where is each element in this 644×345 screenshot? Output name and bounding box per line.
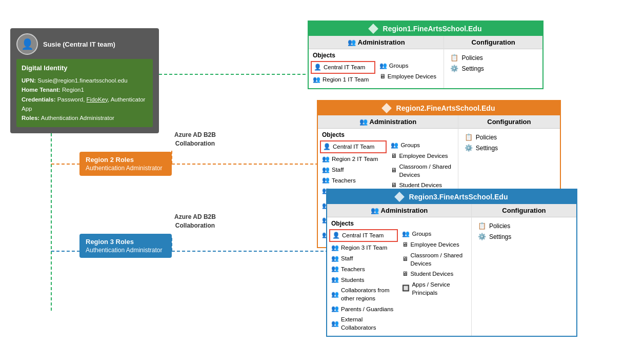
device-icon: 🖥 (379, 72, 386, 81)
region3-header: Region3.FineArtsSchool.Edu (327, 190, 576, 204)
region2-employee-devices: 🖥 Employee Devices (389, 151, 455, 161)
settings-icon: ⚙️ (478, 233, 486, 240)
region1-body: 👥 Administration Objects 👤 Central IT Te… (309, 36, 542, 88)
region3-roles-sub: Authentication Administrator (86, 247, 166, 254)
person-icon: 👤 (314, 63, 321, 72)
region2-settings: ⚙️ Settings (462, 143, 556, 153)
region1-header: Region1.FineArtsSchool.Edu (309, 22, 542, 36)
region3-title: Region3.FineArtsSchool.Edu (409, 193, 508, 201)
person-icon: 👥 (313, 75, 320, 84)
region2-policies: 📋 Policies (462, 132, 556, 143)
region1-col1: 👤 Central IT Team 👥 Region 1 IT Team (311, 60, 375, 85)
region3-teachers: 👥 Teachers (329, 263, 398, 274)
device-icon: 🖥 (391, 166, 397, 175)
region2-header: Region2.FineArtsSchool.Edu (318, 101, 560, 115)
region2-config-header: Configuration (458, 115, 560, 129)
person-icon: 👥 (331, 319, 339, 328)
region3-objects-label: Objects (327, 217, 471, 229)
person-icon: 👥 (331, 254, 339, 263)
region1-admin-header: 👥 Administration (309, 36, 444, 49)
susie-name: Susie (Central IT team) (43, 40, 115, 48)
region3-roles-box: Region 3 Roles Authentication Administra… (79, 234, 172, 258)
main-container: 👤 Susie (Central IT team) Digital Identi… (0, 0, 644, 345)
region1-config-header: Configuration (444, 36, 542, 49)
device-icon: 🖥 (402, 255, 408, 263)
device-icon: 🖥 (402, 240, 408, 249)
policy-icon: 📋 (450, 54, 458, 62)
region3-employee-devices: 🖥 Employee Devices (400, 239, 469, 250)
person-icon: 👤 (323, 143, 331, 151)
region3-groups: 👥 Groups (400, 229, 469, 239)
group-icon: 👥 (391, 141, 398, 150)
roles-row: Roles: Authentication Administrator (22, 113, 148, 123)
region2-roles-sub: Authentication Administrator (86, 165, 166, 172)
group-icon: 👥 (379, 62, 387, 70)
region2-config-items: 📋 Policies ⚙️ Settings (458, 129, 560, 156)
person-icon: 👥 (322, 176, 330, 185)
credentials-label: Credentials: (22, 96, 55, 103)
susie-header: 👤 Susie (Central IT team) (16, 33, 153, 55)
region3-body: 👥 Administration Objects 👤 Central IT Te… (327, 204, 576, 336)
admin-people-icon3: 👥 (371, 207, 379, 214)
region3-staff: 👥 Staff (329, 253, 398, 264)
region1-admin: 👥 Administration Objects 👤 Central IT Te… (309, 36, 444, 88)
device-icon: 🖥 (402, 270, 408, 278)
region3-roles-title: Region 3 Roles (86, 238, 166, 246)
region2-central-it-team: 👤 Central IT Team (320, 140, 387, 153)
region1-central-it-team: 👤 Central IT Team (311, 61, 375, 74)
region1-policies: 📋 Policies (448, 52, 538, 63)
home-tenant-row: Home Tenant: Region1 (22, 85, 148, 94)
region3-config: Configuration 📋 Policies ⚙️ Settings (472, 204, 576, 336)
region2-diamond-icon (381, 103, 392, 113)
region3-objects-columns: 👤 Central IT Team 👥 Region 3 IT Team 👥 S… (327, 229, 471, 336)
region1-objects-columns: 👤 Central IT Team 👥 Region 1 IT Team 👥 G… (309, 60, 444, 88)
admin-people-icon: 👥 (348, 38, 356, 46)
region2-groups: 👥 Groups (389, 140, 455, 151)
region3-classroom-devices: 🖥 Classroom / Shared Devices (400, 250, 469, 269)
person-icon: 👥 (331, 305, 339, 313)
person-icon: 👤 (21, 38, 34, 50)
region3-admin: 👥 Administration Objects 👤 Central IT Te… (327, 204, 472, 336)
region2-roles-title: Region 2 Roles (86, 156, 166, 164)
person-icon: 👥 (322, 155, 330, 164)
region1-config: Configuration 📋 Policies ⚙️ Settings (444, 36, 542, 88)
region2-admin-header: 👥 Administration (318, 115, 458, 129)
group-icon: 👥 (402, 230, 410, 238)
region3-config-items: 📋 Policies ⚙️ Settings (472, 217, 576, 245)
person-icon: 👥 (331, 265, 339, 273)
admin-people-icon2: 👥 (359, 118, 368, 126)
susie-card: 👤 Susie (Central IT team) Digital Identi… (10, 28, 159, 133)
region3-students: 👥 Students (329, 274, 398, 285)
region3-it-team: 👥 Region 3 IT Team (329, 242, 398, 253)
region2-objects-label: Objects (318, 129, 458, 140)
upn-label: UPN: (22, 77, 36, 84)
region3-diamond-icon (394, 192, 405, 202)
credentials-row: Credentials: Password, FidoKey, Authenti… (22, 95, 148, 114)
home-tenant-label: Home Tenant: (22, 87, 61, 93)
region1-it-team: 👥 Region 1 IT Team (311, 74, 375, 85)
region2-teachers: 👥 Teachers (320, 175, 387, 186)
home-tenant-value: Region1 (62, 87, 84, 93)
region3-student-devices: 🖥 Student Devices (400, 269, 469, 279)
region3-collaborators: 👥 Collaborators from other regions (329, 285, 398, 303)
region3-settings: ⚙️ Settings (476, 231, 572, 242)
person-icon: 👤 (332, 231, 340, 240)
settings-icon: ⚙️ (450, 65, 458, 72)
region1-settings: ⚙️ Settings (448, 63, 538, 74)
region3-admin-header: 👥 Administration (327, 204, 471, 217)
region2-classroom-devices: 🖥 Classroom / Shared Devices (389, 161, 455, 180)
region1-title: Region1.FineArtsSchool.Edu (383, 25, 482, 33)
upn-value: Susie@region1.fineartsschool.edu (37, 77, 127, 84)
region3-apps: 🔲 Apps / Service Principals (400, 279, 469, 298)
device-icon: 🖥 (391, 152, 397, 160)
roles-value: Authentication Administrator (41, 115, 114, 121)
region1-col2: 👥 Groups 🖥 Employee Devices (377, 60, 442, 85)
roles-label: Roles: (22, 115, 39, 121)
digital-identity-title: Digital Identity (22, 63, 148, 74)
digital-identity-box: Digital Identity UPN: Susie@region1.fine… (16, 59, 153, 127)
app-icon: 🔲 (402, 284, 410, 293)
region1-employee-devices: 🖥 Employee Devices (377, 71, 442, 82)
person-icon: 👥 (331, 275, 339, 284)
region3-col1: 👤 Central IT Team 👥 Region 3 IT Team 👥 S… (329, 229, 398, 333)
upn-row: UPN: Susie@region1.fineartsschool.edu (22, 76, 148, 85)
